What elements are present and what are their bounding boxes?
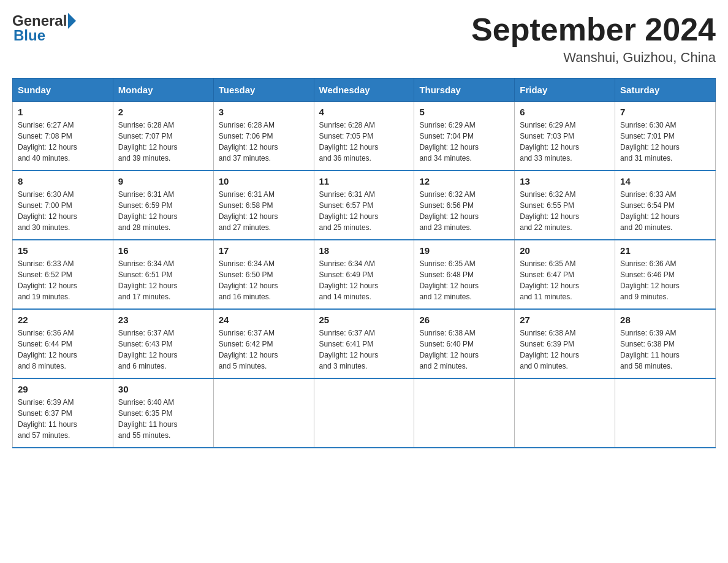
day-cell: 29Sunrise: 6:39 AMSunset: 6:37 PMDayligh… <box>13 378 113 448</box>
day-info: Sunrise: 6:30 AMSunset: 7:01 PMDaylight:… <box>620 120 710 164</box>
day-number: 13 <box>520 176 610 186</box>
day-cell: 20Sunrise: 6:35 AMSunset: 6:47 PMDayligh… <box>515 240 615 309</box>
day-cell: 25Sunrise: 6:37 AMSunset: 6:41 PMDayligh… <box>314 309 414 378</box>
day-number: 21 <box>620 245 710 256</box>
logo: General Blue <box>12 12 76 44</box>
day-number: 23 <box>118 315 208 325</box>
calendar-table: Sunday Monday Tuesday Wednesday Thursday… <box>12 78 716 448</box>
day-info: Sunrise: 6:32 AMSunset: 6:56 PMDaylight:… <box>419 189 509 233</box>
week-row-1: 1Sunrise: 6:27 AMSunset: 7:08 PMDaylight… <box>13 102 716 171</box>
day-cell: 3Sunrise: 6:28 AMSunset: 7:06 PMDaylight… <box>213 102 314 171</box>
day-cell: 21Sunrise: 6:36 AMSunset: 6:46 PMDayligh… <box>615 240 716 309</box>
day-info: Sunrise: 6:35 AMSunset: 6:47 PMDaylight:… <box>520 258 610 302</box>
day-number: 16 <box>118 245 208 256</box>
header-monday: Monday <box>113 79 213 102</box>
day-cell: 5Sunrise: 6:29 AMSunset: 7:04 PMDaylight… <box>414 102 515 171</box>
day-cell: 26Sunrise: 6:38 AMSunset: 6:40 PMDayligh… <box>414 309 515 378</box>
day-cell: 12Sunrise: 6:32 AMSunset: 6:56 PMDayligh… <box>414 170 515 240</box>
weekday-header-row: Sunday Monday Tuesday Wednesday Thursday… <box>13 79 716 102</box>
day-info: Sunrise: 6:39 AMSunset: 6:37 PMDaylight:… <box>18 397 108 441</box>
day-info: Sunrise: 6:38 AMSunset: 6:40 PMDaylight:… <box>419 327 509 372</box>
day-info: Sunrise: 6:34 AMSunset: 6:51 PMDaylight:… <box>118 258 208 302</box>
day-number: 12 <box>419 176 509 186</box>
day-number: 4 <box>319 107 409 117</box>
day-cell <box>414 378 515 448</box>
day-number: 25 <box>319 315 409 325</box>
week-row-5: 29Sunrise: 6:39 AMSunset: 6:37 PMDayligh… <box>13 378 716 448</box>
day-info: Sunrise: 6:28 AMSunset: 7:07 PMDaylight:… <box>118 120 208 164</box>
day-info: Sunrise: 6:36 AMSunset: 6:44 PMDaylight:… <box>18 327 108 372</box>
logo-blue-text: Blue <box>13 27 76 44</box>
day-number: 26 <box>419 315 509 325</box>
header-thursday: Thursday <box>414 79 515 102</box>
page-header: General Blue September 2024 Wanshui, Gui… <box>12 12 716 66</box>
day-cell: 17Sunrise: 6:34 AMSunset: 6:50 PMDayligh… <box>213 240 314 309</box>
day-number: 1 <box>18 107 108 117</box>
day-cell <box>515 378 615 448</box>
day-info: Sunrise: 6:39 AMSunset: 6:38 PMDaylight:… <box>620 327 710 372</box>
day-cell: 28Sunrise: 6:39 AMSunset: 6:38 PMDayligh… <box>615 309 716 378</box>
day-number: 2 <box>118 107 208 117</box>
day-number: 27 <box>520 315 610 325</box>
header-saturday: Saturday <box>615 79 716 102</box>
header-wednesday: Wednesday <box>314 79 414 102</box>
day-cell: 19Sunrise: 6:35 AMSunset: 6:48 PMDayligh… <box>414 240 515 309</box>
day-info: Sunrise: 6:31 AMSunset: 6:57 PMDaylight:… <box>319 189 409 233</box>
day-cell: 9Sunrise: 6:31 AMSunset: 6:59 PMDaylight… <box>113 170 213 240</box>
header-friday: Friday <box>515 79 615 102</box>
week-row-2: 8Sunrise: 6:30 AMSunset: 7:00 PMDaylight… <box>13 170 716 240</box>
day-cell: 14Sunrise: 6:33 AMSunset: 6:54 PMDayligh… <box>615 170 716 240</box>
day-cell: 2Sunrise: 6:28 AMSunset: 7:07 PMDaylight… <box>113 102 213 171</box>
day-cell: 6Sunrise: 6:29 AMSunset: 7:03 PMDaylight… <box>515 102 615 171</box>
day-cell: 16Sunrise: 6:34 AMSunset: 6:51 PMDayligh… <box>113 240 213 309</box>
day-number: 24 <box>219 315 309 325</box>
day-info: Sunrise: 6:28 AMSunset: 7:06 PMDaylight:… <box>219 120 309 164</box>
day-cell: 11Sunrise: 6:31 AMSunset: 6:57 PMDayligh… <box>314 170 414 240</box>
day-cell: 18Sunrise: 6:34 AMSunset: 6:49 PMDayligh… <box>314 240 414 309</box>
day-cell: 7Sunrise: 6:30 AMSunset: 7:01 PMDaylight… <box>615 102 716 171</box>
day-cell: 22Sunrise: 6:36 AMSunset: 6:44 PMDayligh… <box>13 309 113 378</box>
day-number: 14 <box>620 176 710 186</box>
header-sunday: Sunday <box>13 79 113 102</box>
month-title: September 2024 <box>471 12 716 47</box>
day-info: Sunrise: 6:40 AMSunset: 6:35 PMDaylight:… <box>118 397 208 441</box>
day-info: Sunrise: 6:31 AMSunset: 6:58 PMDaylight:… <box>219 189 309 233</box>
day-info: Sunrise: 6:29 AMSunset: 7:03 PMDaylight:… <box>520 120 610 164</box>
day-info: Sunrise: 6:34 AMSunset: 6:49 PMDaylight:… <box>319 258 409 302</box>
day-number: 29 <box>18 384 108 394</box>
location-subtitle: Wanshui, Guizhou, China <box>471 50 716 66</box>
day-cell: 15Sunrise: 6:33 AMSunset: 6:52 PMDayligh… <box>13 240 113 309</box>
day-number: 22 <box>18 315 108 325</box>
day-info: Sunrise: 6:37 AMSunset: 6:41 PMDaylight:… <box>319 327 409 372</box>
day-info: Sunrise: 6:38 AMSunset: 6:39 PMDaylight:… <box>520 327 610 372</box>
day-number: 9 <box>118 176 208 186</box>
day-cell: 8Sunrise: 6:30 AMSunset: 7:00 PMDaylight… <box>13 170 113 240</box>
day-cell: 1Sunrise: 6:27 AMSunset: 7:08 PMDaylight… <box>13 102 113 171</box>
day-cell: 30Sunrise: 6:40 AMSunset: 6:35 PMDayligh… <box>113 378 213 448</box>
day-number: 20 <box>520 245 610 256</box>
day-cell: 23Sunrise: 6:37 AMSunset: 6:43 PMDayligh… <box>113 309 213 378</box>
day-cell: 13Sunrise: 6:32 AMSunset: 6:55 PMDayligh… <box>515 170 615 240</box>
day-number: 5 <box>419 107 509 117</box>
day-cell <box>213 378 314 448</box>
day-info: Sunrise: 6:33 AMSunset: 6:52 PMDaylight:… <box>18 258 108 302</box>
day-number: 28 <box>620 315 710 325</box>
day-cell: 24Sunrise: 6:37 AMSunset: 6:42 PMDayligh… <box>213 309 314 378</box>
day-number: 30 <box>118 384 208 394</box>
day-number: 11 <box>319 176 409 186</box>
day-number: 15 <box>18 245 108 256</box>
day-info: Sunrise: 6:33 AMSunset: 6:54 PMDaylight:… <box>620 189 710 233</box>
day-cell: 10Sunrise: 6:31 AMSunset: 6:58 PMDayligh… <box>213 170 314 240</box>
day-info: Sunrise: 6:30 AMSunset: 7:00 PMDaylight:… <box>18 189 108 233</box>
day-number: 10 <box>219 176 309 186</box>
header-tuesday: Tuesday <box>213 79 314 102</box>
day-number: 6 <box>520 107 610 117</box>
day-info: Sunrise: 6:36 AMSunset: 6:46 PMDaylight:… <box>620 258 710 302</box>
week-row-4: 22Sunrise: 6:36 AMSunset: 6:44 PMDayligh… <box>13 309 716 378</box>
day-info: Sunrise: 6:37 AMSunset: 6:42 PMDaylight:… <box>219 327 309 372</box>
day-info: Sunrise: 6:32 AMSunset: 6:55 PMDaylight:… <box>520 189 610 233</box>
day-cell: 27Sunrise: 6:38 AMSunset: 6:39 PMDayligh… <box>515 309 615 378</box>
day-info: Sunrise: 6:27 AMSunset: 7:08 PMDaylight:… <box>18 120 108 164</box>
day-info: Sunrise: 6:34 AMSunset: 6:50 PMDaylight:… <box>219 258 309 302</box>
week-row-3: 15Sunrise: 6:33 AMSunset: 6:52 PMDayligh… <box>13 240 716 309</box>
